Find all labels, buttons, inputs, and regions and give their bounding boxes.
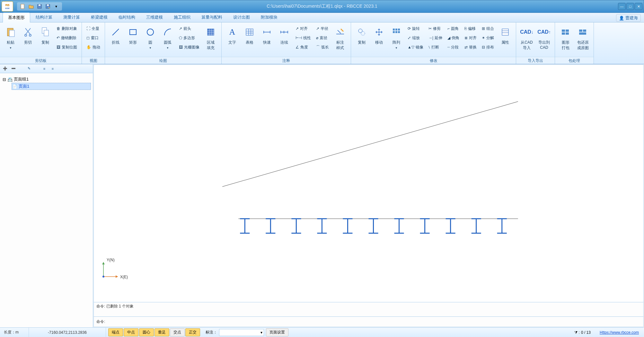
pan-button[interactable]: ✋拖动 [84, 43, 102, 51]
website-link[interactable]: Https://www.rbcce.com [595, 330, 644, 335]
linear-dim-button[interactable]: ⊢⊣线性 [294, 34, 313, 42]
tree-root-node[interactable]: ⊟ 📇 页面组1 [2, 76, 91, 83]
full-display-button[interactable]: ⛶全显 [84, 24, 102, 33]
snap-intersection-button[interactable]: 交点 [170, 328, 185, 336]
snap-endpoint-button[interactable]: 端点 [108, 328, 123, 336]
quick-dim-icon [262, 26, 271, 39]
tab-3d-model[interactable]: 三维建模 [141, 12, 168, 22]
delete-object-button[interactable]: 🗑删除对象 [55, 24, 79, 33]
radius-icon: ↗ [316, 26, 319, 31]
quick-dim-button[interactable]: 快速 [259, 24, 275, 47]
arrange-button[interactable]: ⊟排布 [480, 43, 496, 51]
offset-button[interactable]: ⎘偏移 [463, 24, 479, 33]
drawing-canvas[interactable]: Y(N) X(E) [94, 65, 643, 302]
explode-button[interactable]: ✶分解 [480, 34, 496, 42]
chamfer-button[interactable]: ◢倒角 [446, 34, 461, 42]
delete-page-icon[interactable]: ➖ [10, 65, 17, 72]
label-combo[interactable]: ▾ [219, 329, 264, 336]
tab-bridge-model[interactable]: 桥梁建模 [85, 12, 113, 22]
dim-style-button[interactable]: 标注 样式 [332, 24, 348, 52]
tab-structure-calc[interactable]: 结构计算 [30, 12, 58, 22]
align-modify-button[interactable]: ≣对齐 [463, 34, 479, 42]
extend-button[interactable]: →|延伸 [427, 34, 444, 42]
tree-child-node[interactable]: 📄 页面1 [12, 83, 91, 90]
arclen-dim-button[interactable]: ⌒弧长 [314, 43, 331, 51]
outdent-icon[interactable]: ≡ [41, 65, 48, 72]
table-button[interactable]: 表格 [242, 24, 258, 47]
raster-button[interactable]: 🖼光栅图像 [177, 43, 201, 51]
mirror-button[interactable]: ▲▽镜像 [406, 43, 425, 51]
angle-dim-button[interactable]: ∠角度 [294, 43, 313, 51]
arc-button[interactable]: 圆弧▼ [160, 24, 176, 51]
move-button[interactable]: 移动 [371, 24, 387, 47]
save-icon[interactable] [36, 3, 43, 10]
fill-button[interactable]: 区域 填充 [203, 24, 219, 52]
pack-image-button[interactable]: 图形 打包 [558, 24, 574, 52]
edit-page-icon[interactable]: ✎ [26, 65, 32, 72]
snap-midpoint-button[interactable]: 中点 [124, 328, 138, 336]
new-file-icon[interactable] [19, 3, 27, 10]
attributes-button[interactable]: 属性 [497, 24, 513, 47]
restore-pack-button[interactable]: 包还原 成原图 [575, 24, 591, 52]
array-button[interactable]: 阵列▼ [388, 24, 404, 51]
cad-import-icon: CAD↓ [520, 26, 534, 39]
rectangle-button[interactable]: 矩形 [125, 24, 141, 47]
cut-button[interactable]: 剪切 [20, 24, 36, 47]
break-button[interactable]: ⧵打断 [427, 43, 444, 51]
qat-dropdown-icon[interactable]: ▾ [52, 3, 60, 10]
copy-bitmap-button[interactable]: 🖼复制位图 [55, 43, 79, 51]
main-area: ➕ ➖ ✎ ≡ ≡ ⊟ 📇 页面组1 📄 页面1 [0, 64, 644, 327]
add-page-icon[interactable]: ➕ [2, 65, 8, 72]
polygon-button[interactable]: ⬠多边形 [177, 34, 201, 42]
align-dim-button[interactable]: ↗对齐 [294, 24, 313, 33]
undo-delete-button[interactable]: ↶撤销删除 [55, 34, 79, 42]
open-file-icon[interactable] [27, 3, 35, 10]
tab-basic-graphics[interactable]: 基本图形 [3, 13, 30, 22]
user-icon: 👤 [619, 16, 624, 21]
close-button[interactable]: ✕ [635, 3, 642, 10]
minimize-button[interactable]: — [618, 3, 626, 10]
scale-button[interactable]: ⤢缩放 [406, 34, 425, 42]
arrow-icon: ↗ [179, 26, 182, 31]
text-button[interactable]: A文字 [224, 24, 240, 47]
page-settings-button[interactable]: 页面设置 [266, 328, 288, 336]
snap-perp-button[interactable]: 垂足 [154, 328, 169, 336]
maximize-button[interactable]: □ [626, 3, 634, 10]
snap-ortho-button[interactable]: 正交 [185, 328, 200, 336]
diameter-dim-button[interactable]: ⌀直径 [314, 34, 331, 42]
segment-button[interactable]: ┄分段 [446, 43, 461, 51]
snap-center-button[interactable]: 圆心 [139, 328, 154, 336]
tab-quantity[interactable]: 算量与配料 [196, 12, 228, 22]
user-account-button[interactable]: 👤 曹建海 [616, 14, 641, 22]
tab-temp-structure[interactable]: 临时结构 [113, 12, 141, 22]
save-as-icon[interactable] [44, 3, 52, 10]
circle-button[interactable]: 圆▼ [142, 24, 158, 51]
replace-button[interactable]: ⇄替换 [463, 43, 479, 51]
paste-button[interactable]: 粘贴▼ [3, 24, 19, 51]
polyline-button[interactable]: 折线 [108, 24, 124, 47]
export-cad-button[interactable]: CAD↑导出到 CAD [536, 24, 552, 51]
object-count-text: 0 / 13 [581, 330, 591, 335]
group-objects-button[interactable]: ⊞组合 [480, 24, 496, 33]
tab-survey-calc[interactable]: 测量计算 [58, 12, 85, 22]
restore-icon [578, 26, 587, 39]
group-package: 图形 打包 包还原 成原图 包处理 [555, 22, 594, 64]
svg-rect-13 [207, 29, 214, 35]
tab-construction[interactable]: 施工组织 [168, 12, 196, 22]
modify-copy-button[interactable]: 复制 [354, 24, 370, 47]
indent-icon[interactable]: ≡ [49, 65, 56, 72]
tab-design-output[interactable]: 设计出图 [228, 12, 255, 22]
trim-button[interactable]: ✂修剪 [427, 24, 444, 33]
rotate-button[interactable]: ⟳旋转 [406, 24, 425, 33]
copy-button[interactable]: 复制 [37, 24, 53, 47]
fillet-button[interactable]: ⌐圆角 [446, 24, 461, 33]
break-icon: ⧵ [428, 45, 430, 49]
folder-icon: 📇 [7, 77, 13, 82]
continuous-dim-button[interactable]: 连续 [276, 24, 292, 47]
import-cad-button[interactable]: CAD↓从CAD 导入 [519, 24, 535, 52]
radius-dim-button[interactable]: ↗半径 [314, 24, 331, 33]
command-input-line[interactable]: 命令: [94, 316, 643, 327]
arrow-button[interactable]: ↗箭头 [177, 24, 201, 33]
window-zoom-button[interactable]: ◻窗口 [84, 34, 102, 42]
tab-addon[interactable]: 附加模块 [255, 12, 283, 22]
